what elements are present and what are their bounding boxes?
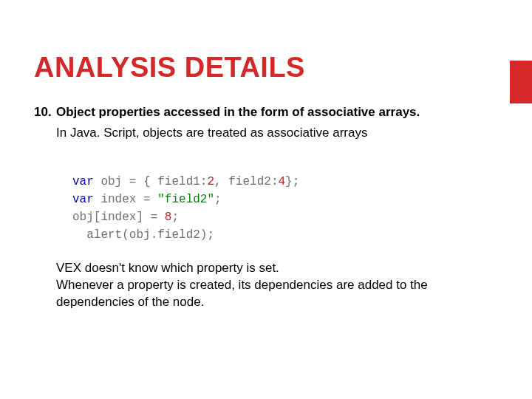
keyword-var: var — [72, 175, 94, 188]
code-text: = — [151, 211, 158, 224]
code-text: obj — [94, 175, 129, 188]
slide-title: ANALYSIS DETAILS — [34, 52, 498, 83]
code-text — [72, 228, 86, 242]
code-text: obj[index] — [72, 211, 151, 224]
code-line-1: var obj = { field1:2, field2:4}; — [72, 175, 299, 188]
number-literal: 2 — [207, 175, 214, 188]
code-text: , field2: — [214, 175, 278, 188]
slide: ANALYSIS DETAILS 10. Object properties a… — [0, 0, 532, 311]
code-text: = — [129, 175, 137, 188]
code-text — [151, 193, 158, 206]
code-text: index — [94, 193, 143, 206]
code-text: ; — [214, 193, 222, 206]
item-headline: Object properties accessed in the form o… — [56, 104, 498, 120]
code-text — [157, 211, 165, 224]
body-paragraph-2: Whenever a property is created, its depe… — [56, 277, 498, 311]
string-literal: "field2" — [157, 193, 214, 206]
keyword-var: var — [72, 193, 94, 206]
item-number: 10. — [34, 104, 56, 120]
item-explanation: In Java. Script, objects are treated as … — [56, 125, 498, 142]
code-line-3: obj[index] = 8; — [72, 211, 179, 224]
code-block: var obj = { field1:2, field2:4}; var ind… — [72, 155, 498, 244]
code-text: }; — [285, 175, 299, 188]
body-paragraph-1: VEX doesn't know which property is set. — [56, 260, 498, 277]
function-call: alert — [86, 228, 122, 242]
code-text: ; — [171, 211, 179, 224]
code-text: = — [143, 193, 151, 206]
code-line-2: var index = "field2"; — [72, 193, 222, 206]
code-text: (obj.field2); — [122, 228, 214, 242]
number-literal: 8 — [165, 211, 172, 224]
number-literal: 4 — [278, 175, 285, 188]
accent-bar — [510, 61, 532, 103]
code-text: { field1: — [136, 175, 207, 188]
list-item: 10. Object properties accessed in the fo… — [34, 104, 498, 120]
code-line-4: alert(obj.field2); — [72, 228, 214, 242]
